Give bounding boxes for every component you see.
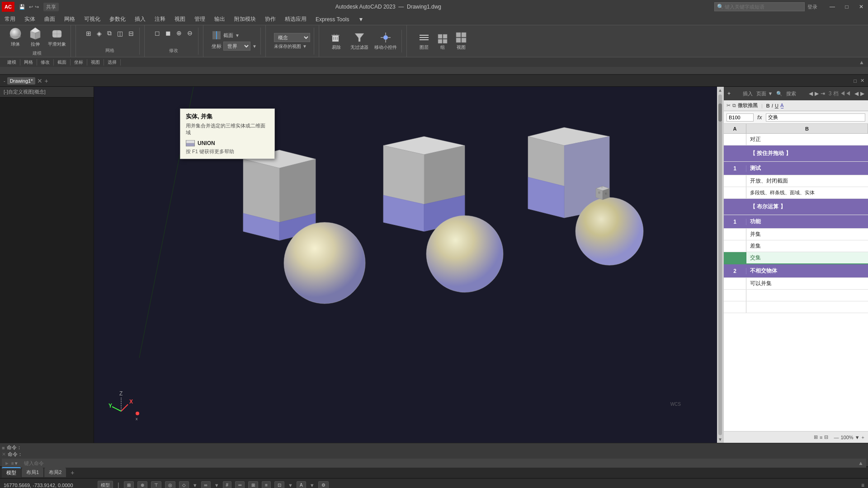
cell-a-nonintersect[interactable]: 2 — [724, 268, 746, 274]
status-customize-btn[interactable]: ≡ — [861, 482, 864, 488]
status-track-arrow[interactable]: ▼ — [214, 483, 219, 488]
right-panel-help[interactable]: 搜索 — [786, 90, 796, 97]
cmd-palette-icon[interactable]: ≡▼ — [11, 461, 19, 466]
drawing-tab-layout2[interactable]: 布局2 — [44, 468, 66, 477]
sheet-bold[interactable]: B — [766, 103, 770, 108]
cell-a-function[interactable]: 1 — [724, 219, 746, 225]
net-btn-4[interactable]: ◫ — [115, 29, 125, 38]
status-linewidth-btn[interactable]: ═ — [235, 481, 245, 488]
zoom-out-btn[interactable]: — — [834, 435, 839, 440]
cell-a-intersect[interactable] — [724, 252, 746, 263]
cell-b-bool[interactable]: 【 布尔运算 】 — [746, 201, 868, 212]
cell-b-test[interactable]: 测试 — [746, 163, 868, 174]
col-b-header[interactable]: B — [746, 124, 868, 133]
menu-item-param[interactable]: 参数化 — [105, 14, 130, 25]
select-group-tab[interactable]: 选择 — [104, 59, 121, 66]
right-panel-search[interactable]: 🔍 — [776, 91, 783, 97]
command-input[interactable] — [22, 459, 113, 468]
minimize-button[interactable]: — — [826, 2, 839, 11]
search-input[interactable] — [714, 2, 805, 11]
cell-a-test[interactable]: 1 — [724, 165, 746, 172]
cell-b-e2[interactable] — [746, 301, 868, 313]
right-scrollbar[interactable]: ▲ ▼ — [717, 87, 723, 443]
status-model-btn[interactable]: 模型 — [98, 481, 113, 488]
drawing-tab-active[interactable]: Drawing1* — [7, 77, 36, 84]
net-btn-5[interactable]: ⊟ — [127, 29, 136, 38]
coord-dropdown[interactable]: 世界 — [223, 42, 250, 51]
status-qp-btn[interactable]: ≡ — [262, 481, 271, 488]
cell-b1[interactable]: 对正 — [746, 134, 868, 145]
menu-item-collab[interactable]: 协作 — [260, 14, 280, 25]
drawing-header-close[interactable]: ✕ — [860, 78, 864, 84]
cell-b-drag[interactable]: 【 按住并拖动 】 — [746, 148, 868, 159]
menu-more[interactable]: ▼ — [354, 14, 368, 25]
drawing-tab-add[interactable]: + — [67, 468, 78, 478]
cell-b-e1[interactable] — [746, 290, 868, 301]
mod-btn-4[interactable]: ⊖ — [185, 28, 194, 38]
cell-b-diff[interactable]: 差集 — [746, 240, 868, 252]
menu-item-addon[interactable]: 附加模块 — [230, 14, 260, 25]
concept-dropdown[interactable]: 概念 — [274, 33, 310, 42]
scroll-track[interactable] — [718, 94, 722, 435]
status-tpmode-btn[interactable]: ⊞ — [248, 481, 258, 488]
views-button[interactable]: 视图 — [452, 31, 470, 52]
cmd-expand[interactable]: ▲ — [858, 460, 863, 466]
cell-a-e1[interactable] — [724, 290, 746, 301]
col-a-header[interactable]: A — [724, 124, 746, 133]
extrude-button[interactable]: 拉伸 — [27, 26, 43, 48]
cell-b-polyline[interactable]: 多段线、样条线、面域、实体 — [746, 187, 868, 198]
cell-b-canbuild[interactable]: 可以并集 — [746, 278, 868, 289]
menu-item-output[interactable]: 输出 — [210, 14, 230, 25]
drawing-add-btn[interactable]: + — [44, 77, 48, 84]
share-button[interactable]: 共享 — [43, 3, 59, 11]
sheet-paste[interactable]: 微软推黑 — [738, 102, 758, 109]
sheet-text-color[interactable]: A̲ — [780, 103, 784, 108]
quick-access-save[interactable]: 💾 — [19, 4, 25, 10]
group-button[interactable]: 组 — [436, 31, 449, 52]
drawing-header-minus[interactable]: - — [4, 78, 5, 84]
status-otrack-btn[interactable]: ∞ — [201, 481, 211, 488]
status-wkspace-btn[interactable]: ⚙ — [318, 481, 329, 488]
mesh-group-tab[interactable]: 网格 — [20, 59, 37, 66]
layer-button[interactable]: 图层 — [415, 31, 433, 52]
build-group-tab[interactable]: 建模 — [4, 59, 20, 66]
cell-ref-input[interactable] — [726, 113, 754, 122]
status-ortho-btn[interactable]: ⊤ — [151, 481, 161, 488]
status-sc-btn[interactable]: ⊡ — [274, 481, 284, 488]
menu-item-surface[interactable]: 曲面 — [40, 14, 60, 25]
close-button[interactable]: ✕ — [854, 2, 868, 11]
redo-icon[interactable]: ↪ — [35, 4, 39, 10]
no-filter-button[interactable]: 无过滤器 — [348, 31, 371, 52]
right-panel-expand[interactable]: ⇥ — [821, 90, 825, 97]
status-anno-arrow[interactable]: ▼ — [310, 483, 315, 488]
cell-a-canbuild[interactable] — [724, 278, 746, 289]
status-snap-arrow[interactable]: ▼ — [193, 483, 198, 488]
right-panel-new-btn[interactable]: + — [727, 90, 731, 97]
maximize-button[interactable]: □ — [840, 2, 854, 11]
sheet-underline[interactable]: U — [775, 103, 778, 108]
scroll-thumb[interactable] — [718, 103, 722, 122]
cell-b-intersect[interactable]: 交集 — [746, 252, 868, 263]
menu-item-express[interactable]: Express Tools — [311, 14, 354, 25]
zoom-grid-icon[interactable]: ⊞ — [814, 434, 818, 440]
menu-item-featured[interactable]: 精选应用 — [280, 14, 311, 25]
right-panel-insert[interactable]: 插入 — [743, 90, 753, 97]
view-dropdown-arrow[interactable]: ▼ — [302, 44, 307, 49]
net-btn-1[interactable]: ⊞ — [84, 29, 93, 38]
coord-group-tab[interactable]: 坐标 — [71, 59, 87, 66]
zoom-rows-icon[interactable]: ≡ — [820, 435, 822, 440]
status-osnap-btn[interactable]: ◇ — [179, 481, 189, 488]
cell-b-nonintersect[interactable]: 不相交物体 — [746, 265, 868, 277]
menu-item-common[interactable]: 常用 — [0, 14, 20, 25]
modify-group-tab[interactable]: 修改 — [37, 59, 54, 66]
cell-a-openclose[interactable] — [724, 175, 746, 187]
scroll-down-arrow[interactable]: ▼ — [718, 437, 722, 442]
menu-item-annotate[interactable]: 注释 — [150, 14, 170, 25]
cell-a1[interactable] — [724, 134, 746, 145]
section-group-tab[interactable]: 截面 — [54, 59, 71, 66]
sheet-cut[interactable]: ✂ — [726, 103, 731, 108]
cell-a-diff[interactable] — [724, 240, 746, 252]
mod-btn-3[interactable]: ⊕ — [175, 28, 184, 38]
ribbon-collapse[interactable]: ▲ — [859, 59, 864, 66]
drawing-header-max[interactable]: □ — [854, 78, 857, 84]
